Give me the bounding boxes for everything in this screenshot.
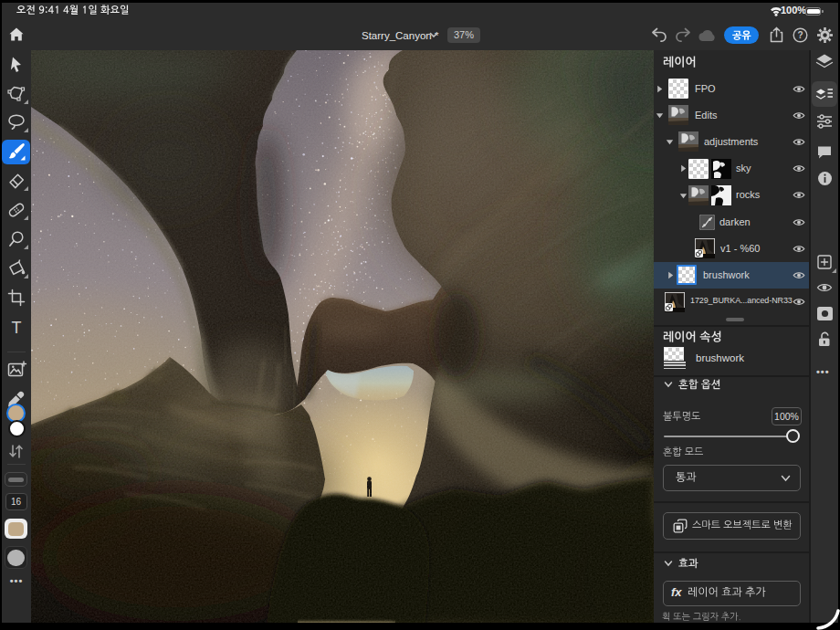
svg-text:?: ? xyxy=(797,30,803,40)
svg-text:T: T xyxy=(11,318,21,336)
